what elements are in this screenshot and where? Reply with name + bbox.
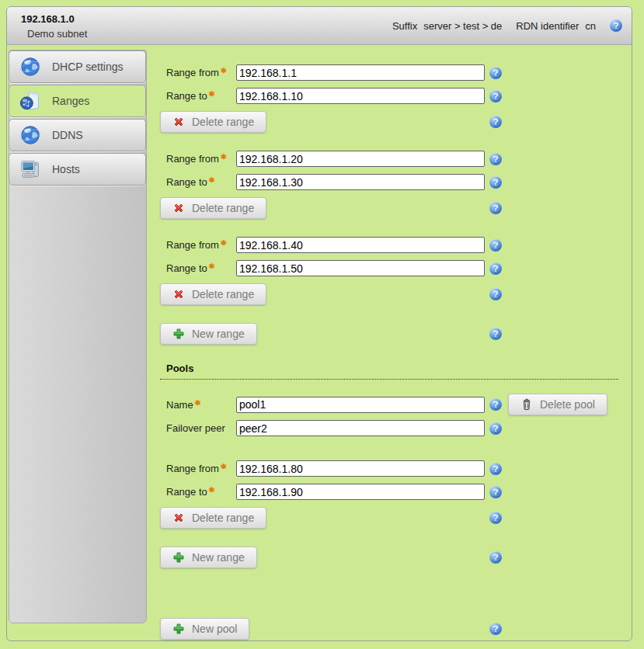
range-to-row: Range to✱ ? [160, 88, 625, 104]
new-range-button[interactable]: New range [160, 547, 257, 568]
new-pool-button[interactable]: New pool [160, 618, 249, 640]
range-to-label: Range to✱ [160, 486, 236, 498]
delete-range-row: Delete range ? [160, 283, 625, 305]
delete-range-button[interactable]: Delete range [160, 111, 266, 133]
tab-label: Hosts [52, 163, 80, 175]
required-marker: ✱ [221, 239, 227, 247]
delete-range-button[interactable]: Delete range [160, 507, 266, 529]
subnet-detail-panel: 192.168.1.0 Demo subnet Suffix server > … [6, 6, 632, 641]
rdn-identifier-value: cn [585, 20, 596, 32]
range-to-input[interactable] [236, 88, 485, 104]
help-icon[interactable]: ? [489, 153, 502, 165]
help-icon[interactable]: ? [489, 486, 502, 498]
new-pool-row: New pool ? [160, 618, 625, 640]
failover-peer-row: Failover peer ? [160, 420, 625, 436]
help-icon[interactable]: ? [489, 328, 502, 340]
ranges-content: Range from✱ ? Range to✱ ? Delete range ?… [160, 64, 625, 649]
range-from-label: Range from✱ [160, 463, 236, 474]
range-from-row: Range from✱ ? [160, 237, 625, 253]
tab-hosts[interactable]: Hosts [9, 153, 146, 186]
required-marker: ✱ [221, 153, 227, 161]
help-icon[interactable]: ? [489, 512, 502, 524]
delete-range-row: Delete range ? [160, 507, 625, 529]
suffix-value: server > test > de [423, 20, 502, 32]
sidebar-tabs: DHCP settings Ranges DDNS Hosts [9, 50, 146, 187]
required-marker: ✱ [209, 486, 215, 494]
help-icon[interactable]: ? [489, 202, 502, 214]
help-icon[interactable]: ? [489, 623, 502, 635]
required-marker: ✱ [221, 463, 227, 470]
new-range-button[interactable]: New range [160, 323, 257, 345]
tab-label: DDNS [52, 129, 83, 141]
help-icon[interactable]: ? [489, 116, 502, 128]
range-from-label: Range from✱ [160, 153, 236, 165]
tab-label: DHCP settings [52, 61, 124, 73]
green-plus-icon [172, 551, 185, 564]
range-from-input[interactable] [236, 237, 485, 253]
range-from-input[interactable] [236, 460, 485, 477]
range-to-row: Range to✱ ? [160, 174, 625, 190]
range-to-row: Range to✱ ? [160, 484, 625, 500]
required-marker: ✱ [195, 399, 201, 407]
help-icon[interactable]: ? [489, 262, 502, 275]
failover-peer-input[interactable] [236, 420, 485, 436]
help-icon[interactable]: ? [610, 19, 622, 32]
failover-peer-label: Failover peer [160, 422, 236, 434]
green-plus-icon [172, 623, 185, 635]
help-icon[interactable]: ? [489, 288, 502, 300]
trash-icon [520, 398, 533, 411]
range-from-row: Range from✱ ? [160, 151, 625, 167]
delete-range-button[interactable]: Delete range [160, 283, 266, 305]
help-icon[interactable]: ? [489, 176, 502, 189]
range-from-input[interactable] [236, 64, 485, 81]
delete-range-button[interactable]: Delete range [160, 197, 266, 219]
range-to-input[interactable] [236, 174, 485, 190]
range-from-row: Range from✱ ? [160, 64, 625, 81]
pool-name-input[interactable] [236, 397, 485, 413]
red-x-icon [172, 512, 185, 524]
pool-name-label: Name✱ [160, 399, 236, 411]
help-icon[interactable]: ? [489, 90, 502, 102]
suffix-label: Suffix [392, 20, 417, 32]
range-to-input[interactable] [236, 484, 485, 500]
range-to-label: Range to✱ [160, 262, 236, 274]
required-marker: ✱ [209, 176, 215, 184]
delete-range-row: Delete range ? [160, 197, 625, 219]
green-plus-icon [172, 328, 185, 340]
required-marker: ✱ [209, 262, 215, 270]
new-range-row: New range ? [160, 547, 625, 568]
pools-section-title: Pools [160, 363, 618, 380]
globe-icon [19, 123, 43, 147]
tab-label: Ranges [52, 95, 89, 107]
range-to-input[interactable] [236, 260, 485, 276]
delete-pool-button[interactable]: Delete pool [508, 394, 607, 415]
help-icon[interactable]: ? [489, 239, 502, 252]
delete-range-row: Delete range ? [160, 111, 625, 133]
pool-name-row: Name✱ ? Delete pool [160, 394, 625, 415]
range-from-label: Range from✱ [160, 239, 236, 251]
help-icon[interactable]: ? [489, 67, 502, 79]
globe-icon [19, 55, 43, 78]
range-to-label: Range to✱ [160, 176, 236, 188]
computer-icon [19, 158, 43, 181]
range-from-row: Range from✱ ? [160, 460, 625, 477]
range-from-input[interactable] [236, 151, 485, 167]
tab-ranges[interactable]: Ranges [9, 85, 146, 117]
range-from-label: Range from✱ [160, 67, 236, 78]
subnet-subtitle: Demo subnet [27, 28, 87, 40]
subnet-title: 192.168.1.0 [21, 13, 75, 25]
help-icon[interactable]: ? [489, 551, 502, 564]
rdn-identifier-label: RDN identifier [516, 20, 579, 32]
required-marker: ✱ [209, 90, 215, 98]
help-icon[interactable]: ? [489, 398, 502, 411]
globe-folder-icon [19, 89, 43, 113]
help-icon[interactable]: ? [489, 422, 502, 435]
help-icon[interactable]: ? [489, 463, 502, 475]
range-to-label: Range to✱ [160, 90, 236, 102]
header-meta: Suffix server > test > de RDN identifier… [392, 7, 622, 44]
red-x-icon [172, 202, 185, 214]
tab-ddns[interactable]: DDNS [9, 119, 146, 151]
tab-dhcp-settings[interactable]: DHCP settings [9, 50, 146, 83]
required-marker: ✱ [221, 67, 227, 75]
range-to-row: Range to✱ ? [160, 260, 625, 276]
